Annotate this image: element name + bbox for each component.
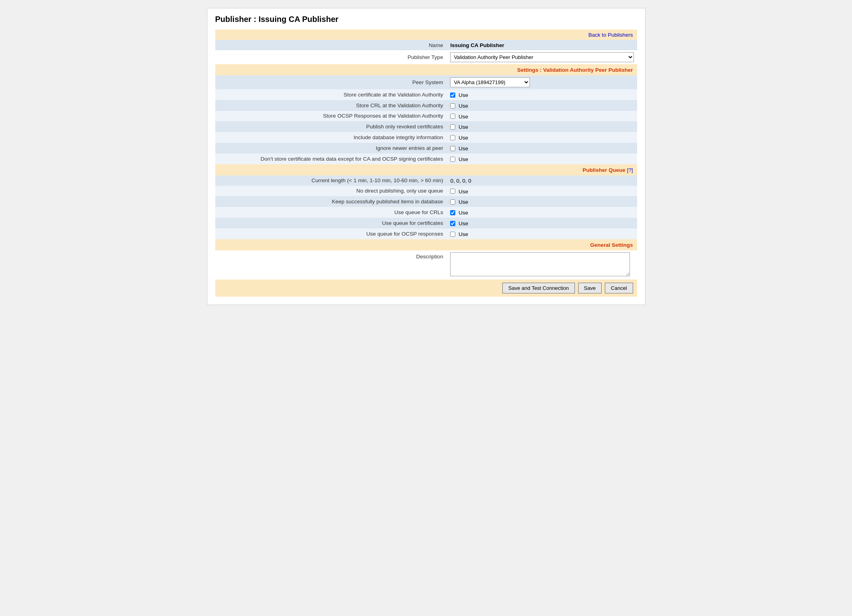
publish-revoked-row: Publish only revoked certificates Use — [215, 121, 637, 132]
store-ocsp-use-label: Use — [458, 113, 468, 119]
name-row: Name Issuing CA Publisher — [215, 40, 637, 50]
store-cert-row: Store certificate at the Validation Auth… — [215, 89, 637, 100]
save-button[interactable]: Save — [578, 283, 602, 293]
actions-row: Save and Test Connection Save Cancel — [215, 279, 637, 297]
dont-store-use-label: Use — [458, 156, 468, 162]
store-ocsp-checkbox[interactable] — [450, 114, 455, 119]
store-crl-cell: Use — [447, 100, 637, 111]
page-container: Publisher : Issuing CA Publisher Back to… — [207, 8, 645, 305]
use-queue-certs-checkbox[interactable] — [450, 221, 455, 226]
current-length-label: Current length (< 1 min, 1-10 min, 10-60… — [215, 175, 447, 186]
queue-help-link[interactable]: [?] — [627, 167, 633, 173]
store-cert-checkbox[interactable] — [450, 92, 455, 98]
store-ocsp-label: Store OCSP Responses at the Validation A… — [215, 111, 447, 122]
page-title: Publisher : Issuing CA Publisher — [215, 15, 637, 24]
description-textarea[interactable] — [450, 252, 630, 276]
actions-cell: Save and Test Connection Save Cancel — [215, 279, 637, 297]
store-cert-use-label: Use — [458, 92, 468, 98]
current-length-value: 0, 0, 0, 0 — [450, 178, 471, 184]
use-queue-ocsp-row: Use queue for OCSP responses Use — [215, 228, 637, 239]
settings-section-title: Settings : Validation Authority Peer Pub… — [517, 67, 633, 73]
back-link-cell: Back to Publishers — [447, 30, 637, 40]
use-queue-certs-row: Use queue for certificates Use — [215, 218, 637, 228]
dont-store-row: Don't store certificate meta data except… — [215, 154, 637, 164]
dont-store-cell: Use — [447, 154, 637, 164]
description-cell — [447, 250, 637, 279]
use-queue-ocsp-use-label: Use — [458, 231, 468, 237]
general-section-title: General Settings — [590, 242, 633, 248]
use-queue-crls-row: Use queue for CRLs Use — [215, 207, 637, 218]
keep-published-row: Keep successfully published items in dat… — [215, 196, 637, 207]
queue-header-cell: Publisher Queue [?] — [215, 164, 637, 175]
settings-header-cell: Settings : Validation Authority Peer Pub… — [215, 64, 637, 75]
publisher-type-cell: Validation Authority Peer Publisher — [447, 50, 637, 64]
back-to-publishers-link[interactable]: Back to Publishers — [588, 32, 633, 38]
back-link-row: Back to Publishers — [215, 30, 637, 40]
description-label: Description — [215, 250, 447, 279]
ignore-newer-checkbox[interactable] — [450, 146, 455, 151]
dont-store-label: Don't store certificate meta data except… — [215, 154, 447, 164]
use-queue-ocsp-label: Use queue for OCSP responses — [215, 228, 447, 239]
store-ocsp-row: Store OCSP Responses at the Validation A… — [215, 111, 637, 122]
settings-section-header: Settings : Validation Authority Peer Pub… — [215, 64, 637, 75]
use-queue-crls-checkbox[interactable] — [450, 210, 455, 215]
publisher-type-label: Publisher Type — [215, 50, 447, 64]
peer-system-select[interactable]: VA Alpha (189427199) — [450, 77, 530, 87]
store-crl-row: Store CRL at the Validation Authority Us… — [215, 100, 637, 111]
keep-published-label: Keep successfully published items in dat… — [215, 196, 447, 207]
publisher-type-select[interactable]: Validation Authority Peer Publisher — [450, 52, 634, 62]
cancel-button[interactable]: Cancel — [605, 283, 633, 293]
peer-system-cell: VA Alpha (189427199) — [447, 75, 637, 89]
peer-system-label: Peer System — [215, 75, 447, 89]
use-queue-crls-cell: Use — [447, 207, 637, 218]
no-direct-cell: Use — [447, 186, 637, 197]
keep-published-use-label: Use — [458, 199, 468, 205]
ignore-newer-use-label: Use — [458, 146, 468, 152]
use-queue-crls-label: Use queue for CRLs — [215, 207, 447, 218]
save-test-button[interactable]: Save and Test Connection — [502, 283, 575, 293]
ignore-newer-label: Ignore newer entries at peer — [215, 143, 447, 154]
include-db-use-label: Use — [458, 135, 468, 141]
description-row: Description — [215, 250, 637, 279]
keep-published-cell: Use — [447, 196, 637, 207]
no-direct-row: No direct publishing, only use queue Use — [215, 186, 637, 197]
use-queue-crls-use-label: Use — [458, 210, 468, 216]
ignore-newer-row: Ignore newer entries at peer Use — [215, 143, 637, 154]
main-table: Back to Publishers Name Issuing CA Publi… — [215, 30, 637, 297]
peer-system-row: Peer System VA Alpha (189427199) — [215, 75, 637, 89]
store-crl-use-label: Use — [458, 103, 468, 109]
name-value: Issuing CA Publisher — [447, 40, 637, 50]
use-queue-certs-use-label: Use — [458, 220, 468, 226]
store-crl-checkbox[interactable] — [450, 103, 455, 108]
include-db-row: Include database integrity information U… — [215, 132, 637, 143]
store-ocsp-cell: Use — [447, 111, 637, 122]
current-length-cell: 0, 0, 0, 0 — [447, 175, 637, 186]
include-db-cell: Use — [447, 132, 637, 143]
general-section-header: General Settings — [215, 239, 637, 250]
queue-section-title: Publisher Queue — [582, 167, 625, 173]
store-cert-label: Store certificate at the Validation Auth… — [215, 89, 447, 100]
ignore-newer-cell: Use — [447, 143, 637, 154]
queue-section-header: Publisher Queue [?] — [215, 164, 637, 175]
no-direct-label: No direct publishing, only use queue — [215, 186, 447, 197]
use-queue-certs-cell: Use — [447, 218, 637, 228]
publish-revoked-label: Publish only revoked certificates — [215, 121, 447, 132]
current-length-row: Current length (< 1 min, 1-10 min, 10-60… — [215, 175, 637, 186]
no-direct-checkbox[interactable] — [450, 189, 455, 194]
use-queue-ocsp-checkbox[interactable] — [450, 232, 455, 237]
store-crl-label: Store CRL at the Validation Authority — [215, 100, 447, 111]
publish-revoked-cell: Use — [447, 121, 637, 132]
name-display: Issuing CA Publisher — [450, 42, 504, 48]
publish-revoked-checkbox[interactable] — [450, 124, 455, 130]
no-direct-use-label: Use — [458, 188, 468, 194]
dont-store-checkbox[interactable] — [450, 157, 455, 162]
general-header-cell: General Settings — [215, 239, 637, 250]
name-label: Name — [215, 40, 447, 50]
use-queue-ocsp-cell: Use — [447, 228, 637, 239]
keep-published-checkbox[interactable] — [450, 199, 455, 205]
back-link-label-cell — [215, 30, 447, 40]
store-cert-cell: Use — [447, 89, 637, 100]
publish-revoked-use-label: Use — [458, 124, 468, 130]
publisher-type-row: Publisher Type Validation Authority Peer… — [215, 50, 637, 64]
include-db-checkbox[interactable] — [450, 135, 455, 140]
